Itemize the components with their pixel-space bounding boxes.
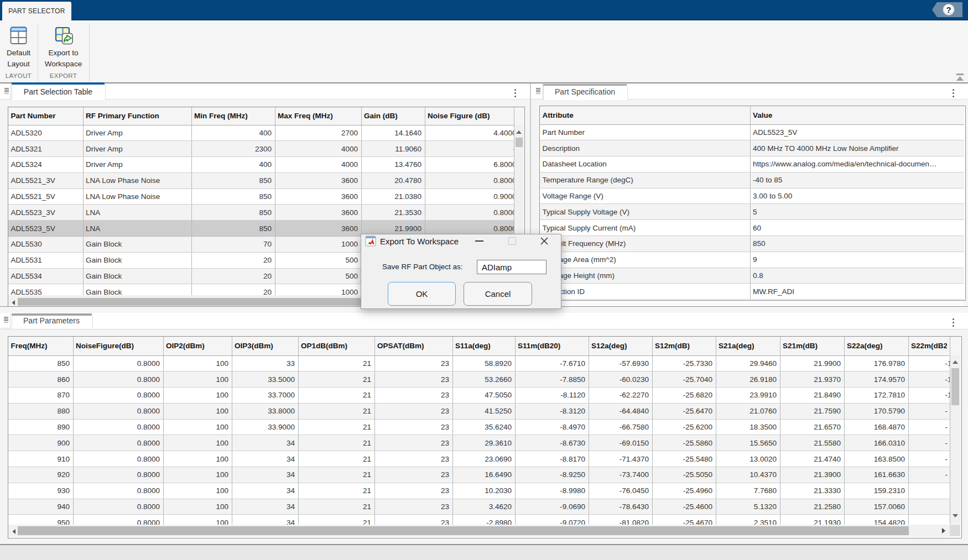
svg-text:?: ? (946, 5, 951, 14)
